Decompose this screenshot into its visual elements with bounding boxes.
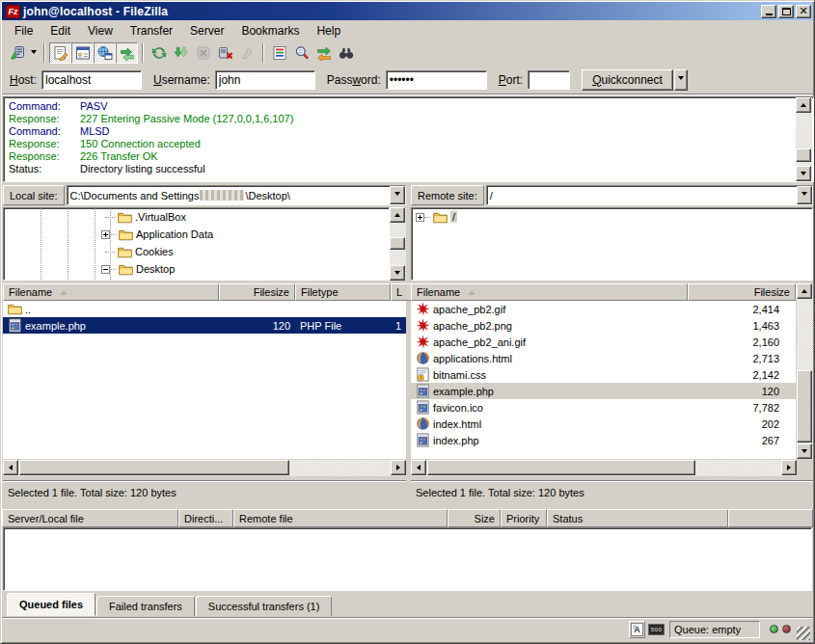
scroll-left-button[interactable] [411, 460, 426, 475]
tree-item[interactable]: Desktop [4, 260, 389, 278]
collapse-icon[interactable] [101, 265, 110, 274]
file-name-cell[interactable]: apache_pb2_ani.gif [411, 335, 688, 349]
toggle-local-tree-button[interactable] [71, 42, 94, 64]
tree-item-label[interactable]: Application Data [136, 228, 213, 240]
toggle-transfer-queue-button[interactable] [116, 42, 138, 64]
local-site-dropdown-button[interactable] [390, 186, 405, 204]
directory-comparison-button[interactable] [290, 42, 312, 64]
toggle-remote-tree-button[interactable] [94, 42, 116, 64]
titlebar[interactable]: Fz john@localhost - FileZilla ✕ [2, 2, 813, 20]
tree-item[interactable]: Application Data [4, 226, 389, 243]
local-tree-scrollbar[interactable] [390, 207, 406, 281]
menu-file[interactable]: File [6, 22, 41, 40]
transfer-queue-list[interactable] [3, 527, 812, 591]
expand-icon[interactable] [416, 213, 424, 222]
column-header-filesize[interactable]: Filesize [219, 283, 295, 301]
file-row[interactable]: favicon.ico7,782 [411, 399, 796, 416]
close-button[interactable]: ✕ [796, 5, 811, 18]
site-manager-button[interactable] [6, 42, 28, 64]
tree-item[interactable]: / [412, 208, 812, 226]
tree-item-label[interactable]: / [450, 211, 457, 223]
username-input[interactable] [215, 70, 315, 90]
file-name-cell[interactable]: apache_pb2.png [411, 318, 688, 333]
scrollbar-thumb[interactable] [19, 460, 289, 475]
scroll-right-button[interactable] [391, 460, 406, 475]
speed-limit-icon[interactable]: 500 [648, 621, 665, 638]
remote-list-scrollbar[interactable] [797, 283, 813, 459]
tree-item[interactable]: .VirtualBox [4, 208, 389, 226]
resize-grip[interactable] [797, 627, 810, 640]
file-name-cell[interactable]: favicon.ico [411, 400, 688, 415]
scrollbar-thumb[interactable] [796, 148, 811, 162]
scroll-down-button[interactable] [390, 265, 405, 281]
synchronized-browsing-button[interactable] [312, 42, 335, 64]
tab-queued-files[interactable]: Queued files [7, 593, 95, 616]
file-row[interactable]: example.php120 [411, 383, 796, 399]
menu-server[interactable]: Server [181, 22, 232, 40]
column-header-filetype[interactable]: Filetype [295, 283, 391, 301]
file-name-cell[interactable]: applications.html [411, 351, 688, 365]
tree-item-label[interactable]: Desktop [136, 263, 175, 275]
disconnect-button[interactable] [214, 42, 236, 64]
host-input[interactable] [41, 70, 142, 90]
menu-bookmarks[interactable]: Bookmarks [232, 22, 308, 40]
queue-column-server-local-file[interactable]: Server/Local file [2, 509, 178, 527]
refresh-button[interactable] [148, 42, 170, 64]
remote-site-dropdown-button[interactable] [797, 186, 812, 204]
minimize-button[interactable] [761, 5, 776, 18]
tab-failed-transfers[interactable]: Failed transfers [96, 596, 195, 616]
file-name-cell[interactable]: index.html [411, 416, 688, 431]
maximize-button[interactable] [778, 5, 794, 18]
scroll-down-button[interactable] [797, 443, 812, 459]
tree-item-label[interactable]: .VirtualBox [135, 211, 186, 223]
scroll-down-button[interactable] [796, 166, 811, 181]
data-type-indicator-icon[interactable]: A [629, 621, 645, 638]
queue-column-priority[interactable]: Priority [501, 509, 547, 527]
file-name-cell[interactable]: .. [3, 302, 219, 316]
file-row[interactable]: .. [3, 301, 406, 317]
menu-view[interactable]: View [79, 22, 122, 40]
column-header-filename[interactable]: Filename [3, 283, 219, 301]
scrollbar-thumb[interactable] [390, 237, 405, 250]
file-row[interactable]: example.php120PHP File1 [3, 317, 406, 334]
scroll-up-button[interactable] [390, 207, 405, 223]
file-row[interactable]: apache_pb2.gif2,414 [411, 301, 796, 317]
tree-item[interactable]: Cookies [4, 243, 389, 260]
local-horizontal-scrollbar[interactable] [3, 460, 406, 476]
local-site-path[interactable]: C:\Documents and Settings\Desktop\ [68, 186, 390, 204]
directory-listing-filters-button[interactable] [268, 42, 290, 64]
scrollbar-thumb[interactable] [427, 460, 695, 475]
column-header-filesize[interactable]: Filesize [688, 283, 796, 301]
find-files-button[interactable] [335, 42, 357, 64]
queue-column-status[interactable]: Status [547, 509, 728, 527]
port-input[interactable] [528, 70, 570, 90]
file-row[interactable]: bitnami.css2,142 [411, 366, 796, 383]
menu-edit[interactable]: Edit [41, 22, 79, 40]
file-name-cell[interactable]: example.php [3, 318, 219, 333]
toggle-message-log-button[interactable] [49, 42, 71, 64]
scrollbar-thumb[interactable] [797, 370, 812, 443]
message-log-scrollbar[interactable] [796, 97, 812, 181]
password-input[interactable] [386, 70, 487, 90]
menu-transfer[interactable]: Transfer [122, 22, 181, 40]
queue-column-directi-[interactable]: Directi... [178, 509, 233, 527]
expand-icon[interactable] [101, 230, 110, 239]
site-manager-dropdown-button[interactable] [28, 42, 40, 64]
file-name-cell[interactable]: apache_pb2.gif [411, 302, 688, 316]
file-name-cell[interactable]: index.php [411, 433, 688, 447]
quickconnect-dropdown-button[interactable] [674, 69, 688, 91]
file-row[interactable]: applications.html2,713 [411, 350, 796, 366]
quickconnect-button[interactable]: Quickconnect [582, 69, 673, 91]
menu-help[interactable]: Help [308, 22, 349, 40]
column-header-filename[interactable]: Filename [411, 283, 688, 301]
file-name-cell[interactable]: bitnami.css [411, 367, 688, 382]
file-row[interactable]: index.html202 [411, 416, 796, 432]
process-queue-button[interactable] [170, 42, 192, 64]
tree-item-label[interactable]: Cookies [135, 246, 174, 257]
file-row[interactable]: apache_pb2.png1,463 [411, 317, 796, 334]
remote-horizontal-scrollbar[interactable] [411, 460, 797, 476]
queue-column-remote-file[interactable]: Remote file [233, 509, 448, 527]
scroll-up-button[interactable] [797, 283, 812, 299]
tab-successful-transfers-1-[interactable]: Successful transfers (1) [196, 596, 333, 616]
remote-site-combobox[interactable]: / [486, 185, 813, 205]
